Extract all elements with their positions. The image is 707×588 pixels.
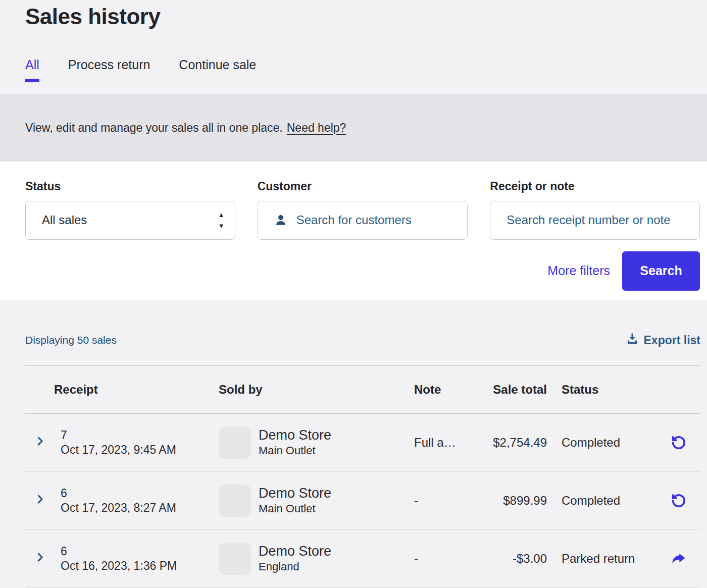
receipt-search-box[interactable] [490, 201, 700, 240]
filters-panel: Status All sales ▲ ▼ Customer [0, 162, 707, 300]
person-icon [274, 213, 287, 227]
tab-bar: All Process return Continue sale [25, 58, 682, 82]
status-label: Status [25, 180, 235, 193]
sold-by-name: Demo Store [259, 427, 331, 443]
column-sold-by: Sold by [219, 383, 414, 397]
status-select-value: All sales [42, 213, 87, 227]
note-cell: - [414, 552, 475, 566]
receipt-label: Receipt or note [490, 180, 700, 193]
need-help-link[interactable]: Need help? [287, 121, 346, 135]
receipt-number: 7 [54, 428, 219, 443]
export-list-button[interactable]: Export list [626, 332, 700, 348]
avatar [219, 485, 251, 517]
note-cell: - [414, 494, 475, 508]
sales-list-section: Displaying 50 sales Export list Receipt … [0, 300, 707, 588]
customer-search-box[interactable] [258, 201, 468, 240]
more-filters-link[interactable]: More filters [547, 263, 610, 278]
sold-by-name: Demo Store [259, 485, 331, 501]
status-cell: Parked return [547, 552, 656, 566]
spinner-down-icon[interactable]: ▼ [218, 223, 225, 229]
outlet-name: Main Outlet [259, 443, 331, 458]
info-banner: View, edit and manage your sales all in … [0, 94, 707, 161]
page-title: Sales history [25, 4, 682, 29]
outlet-name: Main Outlet [259, 501, 331, 516]
expand-row-button[interactable] [25, 494, 54, 508]
receipt-search-input[interactable] [507, 213, 689, 227]
chevron-right-icon [34, 436, 45, 450]
customer-field: Customer [258, 180, 468, 240]
select-spinner-icon[interactable]: ▲ ▼ [218, 211, 225, 229]
column-sale-total: Sale total [475, 383, 547, 397]
outlet-name: England [259, 559, 331, 574]
status-cell: Completed [547, 436, 656, 450]
column-note: Note [414, 383, 475, 397]
sale-total-cell: -$3.00 [475, 552, 547, 566]
note-cell: Full a… [414, 436, 475, 450]
table-row[interactable]: 6 Oct 17, 2023, 8:27 AM Demo Store Main … [25, 472, 700, 530]
displaying-count: Displaying 50 sales [25, 334, 117, 346]
expand-row-button[interactable] [25, 552, 54, 566]
receipt-date: Oct 17, 2023, 9:45 AM [54, 443, 219, 457]
receipt-date: Oct 16, 2023, 1:36 PM [54, 559, 219, 573]
customer-label: Customer [258, 180, 468, 193]
status-select[interactable]: All sales ▲ ▼ [25, 201, 235, 240]
return-sale-icon[interactable] [671, 435, 686, 450]
banner-text: View, edit and manage your sales all in … [25, 121, 283, 135]
export-list-label: Export list [644, 334, 700, 347]
receipt-date: Oct 17, 2023, 8:27 AM [54, 501, 219, 515]
column-receipt: Receipt [54, 383, 219, 397]
sold-by-name: Demo Store [259, 543, 331, 559]
download-icon [626, 332, 639, 348]
table-header: Receipt Sold by Note Sale total Status [25, 365, 700, 414]
tab-process-return[interactable]: Process return [68, 58, 150, 82]
tab-continue-sale[interactable]: Continue sale [179, 58, 256, 82]
avatar [219, 426, 251, 459]
table-row[interactable]: 6 Oct 16, 2023, 1:36 PM Demo Store Engla… [25, 530, 700, 588]
page-header: Sales history All Process return Continu… [0, 0, 707, 94]
column-status: Status [547, 383, 656, 397]
continue-sale-icon[interactable] [671, 551, 687, 567]
sale-total-cell: $2,754.49 [475, 436, 547, 450]
table-row[interactable]: 7 Oct 17, 2023, 9:45 AM Demo Store Main … [25, 414, 700, 472]
expand-row-button[interactable] [25, 436, 54, 450]
return-sale-icon[interactable] [671, 493, 686, 508]
receipt-field: Receipt or note [490, 180, 700, 240]
chevron-right-icon [34, 494, 45, 508]
receipt-number: 6 [54, 486, 219, 501]
tab-all[interactable]: All [25, 58, 39, 82]
chevron-right-icon [34, 552, 45, 566]
search-button[interactable]: Search [622, 251, 700, 291]
spinner-up-icon[interactable]: ▲ [218, 211, 225, 218]
status-field: Status All sales ▲ ▼ [25, 180, 235, 240]
customer-search-input[interactable] [296, 213, 458, 227]
receipt-number: 6 [54, 544, 219, 559]
avatar [219, 543, 251, 575]
status-cell: Completed [547, 494, 656, 508]
sale-total-cell: $899.99 [475, 494, 547, 508]
